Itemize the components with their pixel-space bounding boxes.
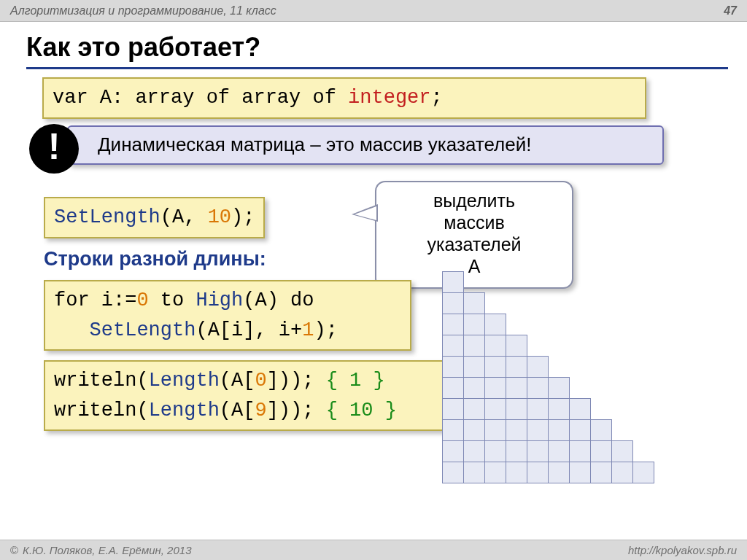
grid-cell bbox=[442, 398, 464, 420]
callout-tail-icon bbox=[352, 204, 378, 222]
grid-cell bbox=[527, 314, 549, 335]
grid-cell bbox=[548, 419, 570, 441]
num-literal: 9 bbox=[255, 400, 266, 421]
grid-row bbox=[442, 314, 654, 335]
grid-cell bbox=[484, 271, 506, 293]
code-setlength: SetLength(A, 10); bbox=[44, 197, 265, 238]
grid-cell bbox=[611, 419, 633, 441]
grid-cell bbox=[463, 440, 485, 462]
info-callout: Динамическая матрица – это массив указат… bbox=[29, 125, 664, 166]
grid-cell bbox=[527, 377, 549, 399]
info-text: Динамическая матрица – это массив указат… bbox=[98, 133, 531, 155]
grid-cell bbox=[590, 356, 612, 378]
grid-cell bbox=[463, 419, 485, 441]
subheading: Строки разной длины: bbox=[44, 248, 266, 271]
grid-cell bbox=[527, 292, 549, 314]
grid-cell bbox=[484, 398, 506, 420]
jagged-array-diagram bbox=[442, 271, 654, 483]
grid-cell bbox=[527, 356, 549, 378]
fn-length: Length bbox=[149, 400, 220, 421]
grid-cell bbox=[548, 314, 570, 335]
grid-row bbox=[442, 271, 654, 292]
callout-line: выделить bbox=[382, 190, 566, 211]
grid-row bbox=[442, 398, 654, 419]
grid-cell bbox=[548, 398, 570, 420]
fn-setlength: SetLength bbox=[54, 206, 160, 228]
grid-cell bbox=[463, 271, 485, 293]
info-bubble: Динамическая матрица – это массив указат… bbox=[67, 125, 664, 165]
header-bar: Алгоритмизация и программирование, 11 кл… bbox=[0, 0, 747, 22]
grid-cell bbox=[463, 356, 485, 378]
grid-cell bbox=[442, 419, 464, 441]
grid-cell bbox=[442, 356, 464, 378]
num-literal: 0 bbox=[255, 370, 266, 392]
grid-cell bbox=[548, 292, 570, 314]
grid-cell bbox=[506, 398, 527, 420]
grid-cell bbox=[548, 271, 570, 293]
code-text: ])); bbox=[267, 370, 326, 392]
grid-cell bbox=[506, 440, 527, 462]
comment: { 10 } bbox=[326, 400, 397, 421]
grid-cell bbox=[569, 440, 591, 462]
code-text: ])); bbox=[267, 400, 326, 421]
code-text: to bbox=[149, 289, 196, 311]
code-text: writeln( bbox=[54, 400, 149, 421]
grid-cell bbox=[527, 462, 549, 483]
fn-setlength: SetLength bbox=[90, 319, 196, 341]
grid-cell bbox=[442, 335, 464, 357]
grid-cell bbox=[527, 271, 549, 293]
code-text: ; bbox=[431, 87, 443, 109]
grid-cell bbox=[632, 419, 654, 441]
course-title: Алгоритмизация и программирование, 11 кл… bbox=[10, 4, 276, 18]
grid-cell bbox=[632, 462, 654, 483]
code-for-loop: for i:=0 to High(A) do SetLength(A[i], i… bbox=[44, 280, 411, 351]
grid-cell bbox=[590, 377, 612, 399]
grid-cell bbox=[611, 462, 633, 483]
grid-cell bbox=[548, 440, 570, 462]
grid-cell bbox=[548, 356, 570, 378]
code-declaration: var A: array of array of integer; bbox=[42, 77, 646, 119]
grid-cell bbox=[611, 271, 633, 293]
grid-cell bbox=[632, 292, 654, 314]
grid-cell bbox=[569, 271, 591, 293]
grid-cell bbox=[611, 377, 633, 399]
grid-cell bbox=[442, 314, 464, 335]
grid-row bbox=[442, 292, 654, 314]
code-writeln: writeln(Length(A[0])); { 1 } writeln(Len… bbox=[44, 360, 460, 431]
grid-row bbox=[442, 440, 654, 462]
grid-cell bbox=[484, 419, 506, 441]
grid-cell bbox=[569, 356, 591, 378]
code-text: ); bbox=[314, 319, 337, 341]
grid-cell bbox=[569, 462, 591, 483]
code-text: (A[ bbox=[220, 370, 255, 392]
grid-cell bbox=[463, 398, 485, 420]
grid-cell bbox=[611, 356, 633, 378]
grid-cell bbox=[569, 398, 591, 420]
code-text bbox=[54, 319, 90, 341]
grid-cell bbox=[548, 462, 570, 483]
grid-row bbox=[442, 419, 654, 440]
grid-cell bbox=[527, 419, 549, 441]
callout-line: указателей bbox=[382, 233, 566, 255]
grid-cell bbox=[632, 377, 654, 399]
grid-cell bbox=[611, 398, 633, 420]
grid-cell bbox=[442, 462, 464, 483]
grid-cell bbox=[484, 314, 506, 335]
grid-cell bbox=[506, 271, 527, 293]
grid-cell bbox=[590, 440, 612, 462]
grid-cell bbox=[569, 419, 591, 441]
grid-cell bbox=[632, 314, 654, 335]
grid-cell bbox=[632, 398, 654, 420]
grid-cell bbox=[506, 356, 527, 378]
footer-bar: © К.Ю. Поляков, Е.А. Ерёмин, 2013 http:/… bbox=[0, 540, 747, 560]
comment: { 1 } bbox=[326, 370, 385, 392]
grid-cell bbox=[506, 419, 527, 441]
grid-cell bbox=[590, 271, 612, 293]
copyright-icon: © bbox=[10, 544, 18, 556]
page-number: 47 bbox=[724, 4, 737, 18]
page-title: Как это работает? bbox=[26, 32, 260, 63]
grid-cell bbox=[442, 440, 464, 462]
grid-cell bbox=[506, 335, 527, 357]
grid-cell bbox=[527, 335, 549, 357]
footer-url: http://kpolyakov.spb.ru bbox=[628, 544, 737, 556]
